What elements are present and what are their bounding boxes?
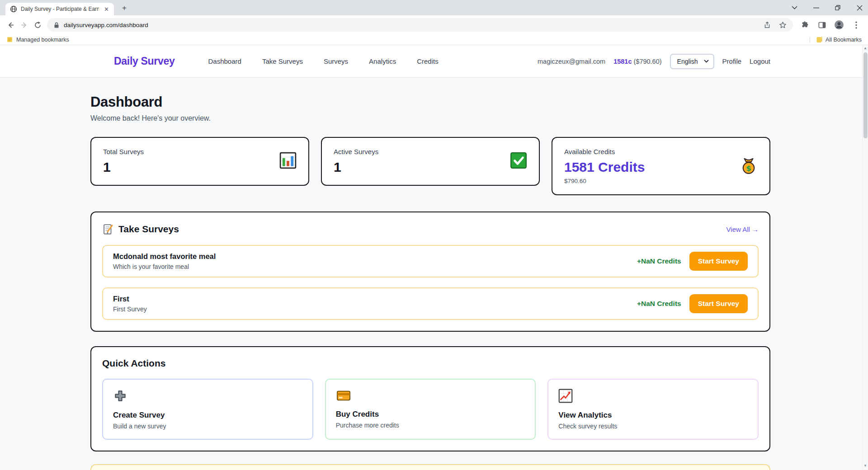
stat-sub-value: $790.60 <box>564 178 758 184</box>
language-select[interactable]: English <box>670 54 714 69</box>
survey-title: First <box>113 295 147 303</box>
qa-description: Check survey results <box>558 423 748 430</box>
qa-title: Buy Credits <box>336 410 525 419</box>
profile-avatar-icon[interactable] <box>833 19 845 31</box>
survey-title: Mcdonald most favorite meal <box>113 252 216 261</box>
browser-toolbar: dailysurveyapp.com/dashboard <box>0 15 868 34</box>
url-text[interactable]: dailysurveyapp.com/dashboard <box>64 22 757 28</box>
buy-credits-card[interactable]: Buy Credits Purchase more credits <box>325 379 536 440</box>
url-bar[interactable]: dailysurveyapp.com/dashboard <box>47 18 793 32</box>
globe-favicon-icon <box>10 5 17 13</box>
browser-menu-kebab-icon[interactable] <box>850 19 863 31</box>
site-header: Daily Survey Dashboard Take Surveys Surv… <box>0 45 868 78</box>
side-panel-icon[interactable] <box>816 19 828 31</box>
extensions-puzzle-icon[interactable] <box>798 19 811 31</box>
stat-label: Available Credits <box>564 148 758 155</box>
managed-bookmarks-label: Managed bookmarks <box>16 37 69 43</box>
profile-link[interactable]: Profile <box>722 57 742 65</box>
page-scrollbar[interactable]: ▲ ▼ <box>862 45 868 470</box>
survey-reward: +NaN Credits <box>637 257 681 265</box>
folder-icon <box>816 36 822 43</box>
view-analytics-card[interactable]: View Analytics Check survey results <box>547 379 759 440</box>
reload-button[interactable] <box>31 18 44 32</box>
nav-credits[interactable]: Credits <box>417 57 439 65</box>
all-bookmarks-label: All Bookmarks <box>826 37 862 43</box>
scroll-down-arrow-icon[interactable]: ▼ <box>863 463 867 469</box>
browser-tab-strip: Daily Survey - Participate & Earn ✕ + <box>0 0 868 15</box>
create-survey-card[interactable]: Create Survey Build a new survey <box>102 379 313 440</box>
stats-row: Total Surveys 1 Active Surveys 1 Availab… <box>90 137 770 195</box>
tab-search-chevron-icon[interactable] <box>790 4 798 12</box>
nav-take-surveys[interactable]: Take Surveys <box>262 57 303 65</box>
stat-value: 1581 Credits <box>564 160 758 175</box>
nav-dashboard[interactable]: Dashboard <box>208 57 241 65</box>
page-title: Dashboard <box>90 94 770 110</box>
take-surveys-title: Take Surveys <box>118 224 179 235</box>
scrollbar-thumb[interactable] <box>863 52 868 138</box>
survey-description: Which is your favorite meal <box>113 263 216 270</box>
credits-usd: ($790.60) <box>634 58 662 65</box>
tab-close-icon[interactable]: ✕ <box>103 6 110 13</box>
qa-description: Build a new survey <box>113 423 302 430</box>
bookmark-star-icon[interactable] <box>777 19 788 31</box>
view-all-link[interactable]: View All → <box>726 226 759 233</box>
page-subtitle: Welcome back! Here's your overview. <box>90 114 770 122</box>
credit-card-icon <box>336 389 351 402</box>
stat-value: 1 <box>334 160 527 175</box>
stat-value: 1 <box>103 160 297 175</box>
chart-up-icon <box>558 389 573 403</box>
bar-chart-icon <box>279 152 297 171</box>
managed-bookmarks-item[interactable]: Managed bookmarks <box>6 36 69 43</box>
stat-label: Total Surveys <box>103 148 297 155</box>
survey-reward: +NaN Credits <box>637 300 681 308</box>
language-selected: English <box>677 58 698 65</box>
all-bookmarks-item[interactable]: All Bookmarks <box>816 36 862 43</box>
nav-surveys[interactable]: Surveys <box>324 57 348 65</box>
credits-summary: 1581c ($790.60) <box>613 58 661 65</box>
take-surveys-section: Take Surveys View All → Mcdonald most fa… <box>90 212 770 332</box>
stat-card-total-surveys: Total Surveys 1 <box>90 137 309 186</box>
browser-tab[interactable]: Daily Survey - Participate & Earn ✕ <box>5 3 114 15</box>
check-mark-icon <box>510 152 527 171</box>
bookmarks-bar: Managed bookmarks All Bookmarks <box>0 34 868 45</box>
stat-card-active-surveys: Active Surveys 1 <box>321 137 540 186</box>
quick-actions-section: Quick Actions Create Survey Build a new … <box>90 346 770 451</box>
quick-actions-title: Quick Actions <box>102 358 759 369</box>
brand-name[interactable]: Daily Survey <box>114 55 175 67</box>
window-close-button[interactable] <box>855 4 863 12</box>
qa-title: Create Survey <box>113 411 302 420</box>
app-logo-icon[interactable] <box>90 52 108 70</box>
nav-analytics[interactable]: Analytics <box>369 57 396 65</box>
qa-title: View Analytics <box>558 411 748 420</box>
stat-card-available-credits: Available Credits 1581 Credits $790.60 $ <box>552 137 770 195</box>
folder-icon <box>6 36 13 43</box>
notice-band-clipped <box>90 464 770 470</box>
start-survey-button[interactable]: Start Survey <box>689 252 748 271</box>
plus-icon <box>113 389 127 403</box>
svg-text:$: $ <box>746 164 751 172</box>
chevron-down-icon <box>704 60 709 63</box>
credits-amount: 1581c <box>613 58 632 65</box>
back-button[interactable] <box>4 18 17 32</box>
bookmarks-divider <box>810 37 810 43</box>
tab-title: Daily Survey - Participate & Earn <box>21 6 99 12</box>
start-survey-button[interactable]: Start Survey <box>689 294 748 313</box>
new-tab-button[interactable]: + <box>118 2 130 14</box>
main-nav: Dashboard Take Surveys Surveys Analytics… <box>208 57 438 65</box>
scroll-up-arrow-icon[interactable]: ▲ <box>863 45 867 52</box>
lock-icon <box>53 22 60 28</box>
user-email: magiczeux@gmail.com <box>538 58 605 65</box>
qa-description: Purchase more credits <box>336 422 525 429</box>
logout-link[interactable]: Logout <box>750 57 770 65</box>
money-bag-icon: $ <box>740 156 758 176</box>
window-restore-button[interactable] <box>834 4 842 12</box>
stat-label: Active Surveys <box>334 148 527 155</box>
forward-button[interactable] <box>17 18 31 32</box>
window-minimize-button[interactable] <box>812 4 820 12</box>
survey-row: First First Survey +NaN Credits Start Su… <box>102 287 759 320</box>
page-content: Daily Survey Dashboard Take Surveys Surv… <box>0 45 868 470</box>
survey-row: Mcdonald most favorite meal Which is you… <box>102 245 759 277</box>
survey-description: First Survey <box>113 306 147 313</box>
memo-icon <box>102 223 114 235</box>
share-icon[interactable] <box>761 19 773 31</box>
